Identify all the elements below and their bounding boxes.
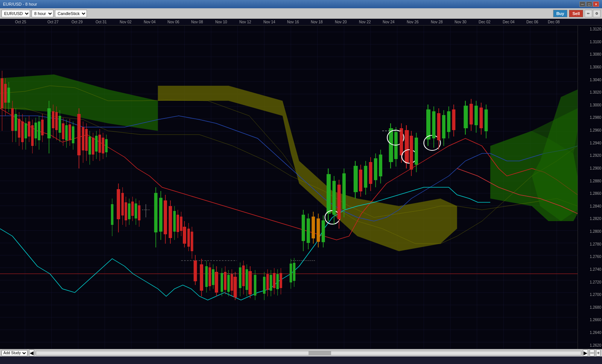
svg-rect-258 <box>447 111 450 132</box>
price-label: 1.3000 <box>579 103 601 107</box>
date-label: Nov 06 <box>167 20 179 24</box>
svg-rect-92 <box>68 124 71 140</box>
svg-rect-136 <box>164 200 167 234</box>
svg-rect-230 <box>374 158 377 180</box>
svg-rect-209 <box>316 218 320 242</box>
svg-rect-196 <box>280 273 282 288</box>
symbol-select[interactable]: EUR/USD GBP/USD <box>2 10 30 17</box>
price-label: 1.2860 <box>579 191 601 196</box>
add-study-select[interactable]: Add Study <box>2 350 27 356</box>
price-label: 1.2800 <box>579 229 601 234</box>
svg-rect-186 <box>263 277 266 294</box>
price-label: 1.2740 <box>579 267 601 271</box>
settings-button[interactable]: ⚙ <box>593 10 600 17</box>
svg-rect-161 <box>212 269 214 285</box>
date-axis: Oct 25Oct 27Oct 29Oct 31Nov 02Nov 04Nov … <box>0 19 602 26</box>
svg-rect-66 <box>21 121 24 142</box>
zoom-in-button[interactable]: + <box>596 349 600 356</box>
svg-rect-146 <box>183 227 186 244</box>
chart-scrollbar[interactable] <box>36 351 581 355</box>
svg-rect-70 <box>28 121 30 136</box>
svg-rect-226 <box>364 166 367 188</box>
svg-rect-218 <box>337 185 341 219</box>
price-label: 1.2880 <box>579 179 601 183</box>
svg-rect-86 <box>59 116 61 133</box>
svg-rect-239 <box>400 128 403 155</box>
svg-rect-194 <box>276 274 279 289</box>
svg-rect-270 <box>485 109 488 131</box>
svg-rect-180 <box>246 269 248 290</box>
chart-container: EUR/USD (CandleStick) Ichimoku (9, 26, 5… <box>0 26 602 349</box>
svg-rect-78 <box>41 120 44 135</box>
svg-rect-199 <box>290 264 292 282</box>
buy-button[interactable]: Buy <box>553 10 568 17</box>
svg-rect-114 <box>111 204 114 225</box>
date-label: Nov 18 <box>311 20 323 24</box>
svg-rect-205 <box>307 218 310 243</box>
svg-rect-96 <box>77 114 81 155</box>
price-label: 1.2920 <box>579 153 601 158</box>
date-label: Nov 22 <box>359 20 371 24</box>
scrollbar-thumb[interactable] <box>309 351 331 355</box>
svg-rect-100 <box>85 129 88 151</box>
svg-rect-172 <box>231 274 233 291</box>
svg-rect-88 <box>62 123 65 139</box>
svg-rect-256 <box>442 115 445 138</box>
svg-rect-155 <box>200 264 203 291</box>
price-label: 1.2660 <box>579 318 601 322</box>
svg-rect-232 <box>379 155 382 176</box>
svg-rect-241 <box>405 130 409 163</box>
svg-rect-82 <box>52 111 55 128</box>
svg-rect-60 <box>11 108 14 131</box>
svg-rect-84 <box>55 112 58 130</box>
svg-rect-234 <box>389 128 393 162</box>
scroll-left-button[interactable]: ◀ <box>29 349 34 356</box>
svg-rect-268 <box>479 108 483 128</box>
svg-rect-252 <box>432 111 435 138</box>
svg-rect-98 <box>82 127 85 150</box>
date-label: Nov 16 <box>287 20 299 24</box>
minimize-button[interactable]: ─ <box>579 2 585 7</box>
toolbar: EUR/USD GBP/USD 1 hour 4 hour 8 hour 1 d… <box>0 8 602 19</box>
chart-main[interactable]: EUR/USD (CandleStick) Ichimoku (9, 26, 5… <box>0 26 578 349</box>
svg-rect-72 <box>31 125 34 146</box>
date-label: Oct 29 <box>71 20 82 24</box>
svg-rect-247 <box>415 138 418 165</box>
date-label: Dec 08 <box>548 20 560 24</box>
date-label: Oct 27 <box>47 20 58 24</box>
price-label: 1.2980 <box>579 115 601 120</box>
svg-rect-228 <box>369 162 372 184</box>
chart-type-select[interactable]: CandleStick Bar Line <box>55 10 87 17</box>
svg-rect-176 <box>239 267 242 288</box>
svg-rect-266 <box>474 106 478 125</box>
svg-rect-90 <box>65 125 68 140</box>
svg-rect-249 <box>426 109 430 140</box>
price-label: 1.2960 <box>579 128 601 132</box>
svg-rect-211 <box>322 220 325 242</box>
scroll-right-button[interactable]: ▶ <box>583 349 588 356</box>
svg-rect-124 <box>131 202 134 216</box>
maximize-button[interactable]: □ <box>586 2 592 7</box>
svg-rect-165 <box>220 273 223 292</box>
svg-rect-106 <box>95 136 98 152</box>
svg-rect-153 <box>194 261 197 281</box>
svg-rect-148 <box>187 229 190 247</box>
svg-rect-220 <box>342 173 346 209</box>
svg-rect-190 <box>270 275 272 291</box>
price-label: 1.2640 <box>579 331 601 335</box>
svg-rect-62 <box>15 114 17 131</box>
svg-rect-128 <box>138 205 141 220</box>
price-label: 1.2780 <box>579 242 601 246</box>
sell-button[interactable]: Sell <box>569 10 583 17</box>
zoom-out-button[interactable]: ─ <box>590 349 594 356</box>
timeframe-select[interactable]: 1 hour 4 hour 8 hour 1 day <box>32 10 53 17</box>
svg-rect-118 <box>121 193 124 215</box>
svg-rect-264 <box>470 104 473 124</box>
price-label: 1.3120 <box>579 27 601 31</box>
svg-rect-260 <box>452 109 455 130</box>
close-button[interactable]: ✕ <box>593 2 599 7</box>
svg-rect-76 <box>38 121 40 140</box>
svg-rect-142 <box>176 215 179 232</box>
svg-rect-236 <box>394 132 398 159</box>
draw-tool-button[interactable]: ✏ <box>585 10 592 17</box>
